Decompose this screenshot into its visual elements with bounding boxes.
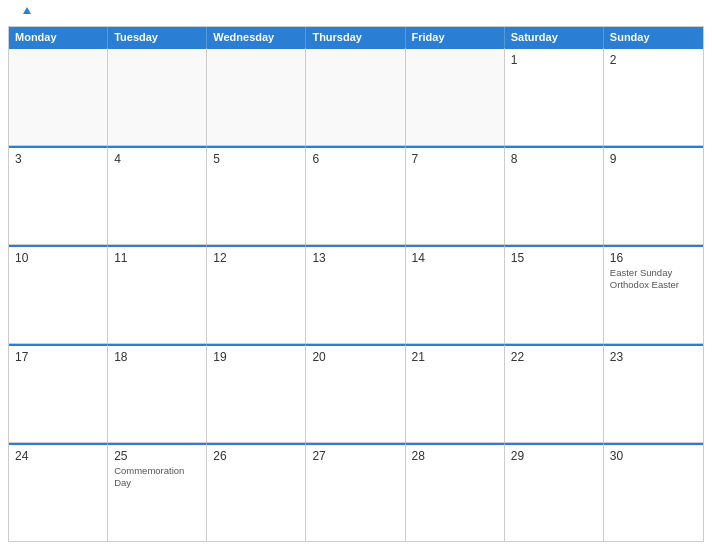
calendar-cell: 7 bbox=[406, 146, 505, 244]
holiday-text: Commemoration bbox=[114, 465, 200, 477]
calendar-cell: 14 bbox=[406, 245, 505, 343]
header bbox=[0, 0, 712, 26]
calendar-body: 12345678910111213141516Easter SundayOrth… bbox=[9, 47, 703, 541]
calendar-week: 3456789 bbox=[9, 146, 703, 245]
calendar-cell: 29 bbox=[505, 443, 604, 541]
calendar-header-cell: Thursday bbox=[306, 27, 405, 47]
calendar-cell: 8 bbox=[505, 146, 604, 244]
calendar-cell bbox=[9, 47, 108, 145]
calendar-cell: 16Easter SundayOrthodox Easter bbox=[604, 245, 703, 343]
day-number: 17 bbox=[15, 350, 101, 364]
day-number: 21 bbox=[412, 350, 498, 364]
calendar-cell: 13 bbox=[306, 245, 405, 343]
day-number: 12 bbox=[213, 251, 299, 265]
calendar-cell bbox=[207, 47, 306, 145]
calendar-week: 17181920212223 bbox=[9, 344, 703, 443]
day-number: 2 bbox=[610, 53, 697, 67]
day-number: 11 bbox=[114, 251, 200, 265]
day-number: 8 bbox=[511, 152, 597, 166]
calendar-cell: 25CommemorationDay bbox=[108, 443, 207, 541]
calendar-cell: 1 bbox=[505, 47, 604, 145]
calendar-header-cell: Saturday bbox=[505, 27, 604, 47]
calendar-cell: 28 bbox=[406, 443, 505, 541]
holiday-text: Orthodox Easter bbox=[610, 279, 697, 291]
calendar-cell bbox=[306, 47, 405, 145]
calendar-header-cell: Friday bbox=[406, 27, 505, 47]
calendar-header-cell: Tuesday bbox=[108, 27, 207, 47]
calendar-cell: 24 bbox=[9, 443, 108, 541]
logo bbox=[16, 10, 36, 20]
day-number: 22 bbox=[511, 350, 597, 364]
day-number: 16 bbox=[610, 251, 697, 265]
calendar-header-cell: Sunday bbox=[604, 27, 703, 47]
calendar-cell: 27 bbox=[306, 443, 405, 541]
day-number: 10 bbox=[15, 251, 101, 265]
page: MondayTuesdayWednesdayThursdayFridaySatu… bbox=[0, 0, 712, 550]
calendar-cell: 17 bbox=[9, 344, 108, 442]
day-number: 28 bbox=[412, 449, 498, 463]
holiday-text: Day bbox=[114, 477, 200, 489]
calendar-week: 10111213141516Easter SundayOrthodox East… bbox=[9, 245, 703, 344]
day-number: 23 bbox=[610, 350, 697, 364]
calendar-cell bbox=[108, 47, 207, 145]
calendar-cell: 15 bbox=[505, 245, 604, 343]
day-number: 29 bbox=[511, 449, 597, 463]
day-number: 5 bbox=[213, 152, 299, 166]
calendar: MondayTuesdayWednesdayThursdayFridaySatu… bbox=[8, 26, 704, 542]
calendar-cell: 9 bbox=[604, 146, 703, 244]
calendar-cell: 5 bbox=[207, 146, 306, 244]
calendar-cell: 21 bbox=[406, 344, 505, 442]
calendar-cell bbox=[406, 47, 505, 145]
holiday-text: Easter Sunday bbox=[610, 267, 697, 279]
calendar-header-row: MondayTuesdayWednesdayThursdayFridaySatu… bbox=[9, 27, 703, 47]
day-number: 3 bbox=[15, 152, 101, 166]
day-number: 13 bbox=[312, 251, 398, 265]
calendar-week: 2425CommemorationDay2627282930 bbox=[9, 443, 703, 541]
calendar-cell: 10 bbox=[9, 245, 108, 343]
calendar-cell: 22 bbox=[505, 344, 604, 442]
day-number: 27 bbox=[312, 449, 398, 463]
calendar-cell: 11 bbox=[108, 245, 207, 343]
calendar-cell: 26 bbox=[207, 443, 306, 541]
day-number: 15 bbox=[511, 251, 597, 265]
calendar-cell: 4 bbox=[108, 146, 207, 244]
svg-marker-0 bbox=[23, 7, 31, 14]
day-number: 24 bbox=[15, 449, 101, 463]
calendar-cell: 19 bbox=[207, 344, 306, 442]
calendar-cell: 20 bbox=[306, 344, 405, 442]
day-number: 30 bbox=[610, 449, 697, 463]
day-number: 1 bbox=[511, 53, 597, 67]
day-number: 20 bbox=[312, 350, 398, 364]
day-number: 18 bbox=[114, 350, 200, 364]
calendar-header-cell: Wednesday bbox=[207, 27, 306, 47]
calendar-cell: 23 bbox=[604, 344, 703, 442]
calendar-header-cell: Monday bbox=[9, 27, 108, 47]
day-number: 4 bbox=[114, 152, 200, 166]
calendar-cell: 12 bbox=[207, 245, 306, 343]
calendar-cell: 18 bbox=[108, 344, 207, 442]
day-number: 14 bbox=[412, 251, 498, 265]
day-number: 25 bbox=[114, 449, 200, 463]
calendar-week: 12 bbox=[9, 47, 703, 146]
calendar-cell: 2 bbox=[604, 47, 703, 145]
day-number: 6 bbox=[312, 152, 398, 166]
day-number: 19 bbox=[213, 350, 299, 364]
calendar-cell: 6 bbox=[306, 146, 405, 244]
day-number: 7 bbox=[412, 152, 498, 166]
logo-triangle-icon bbox=[18, 2, 36, 20]
calendar-cell: 3 bbox=[9, 146, 108, 244]
calendar-cell: 30 bbox=[604, 443, 703, 541]
day-number: 9 bbox=[610, 152, 697, 166]
day-number: 26 bbox=[213, 449, 299, 463]
